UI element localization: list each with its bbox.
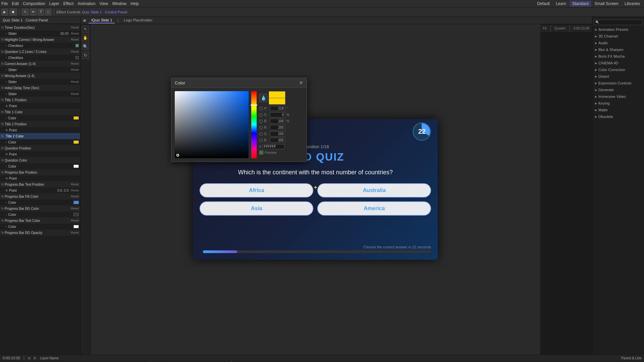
b-input[interactable] <box>270 138 285 143</box>
hex-input[interactable] <box>263 144 284 149</box>
left-panel-content[interactable]: fx Timer Duration(Sec) Reset ○ Slider 30… <box>0 24 80 355</box>
answer-africa[interactable]: Africa <box>200 183 313 197</box>
question-color-swatch[interactable] <box>73 165 79 168</box>
hue-radio[interactable] <box>259 107 263 110</box>
rp-header-expression[interactable]: ▶ Expression Controls <box>592 80 644 86</box>
menu-window[interactable]: Window <box>112 1 126 6</box>
pb-text-swatch[interactable] <box>73 225 79 228</box>
rp-header-immersive[interactable]: ▶ Immersive Video <box>592 94 644 100</box>
toolbar-btn-2[interactable]: ⏹ <box>9 9 17 15</box>
r-input[interactable] <box>270 125 285 130</box>
delay-slider-reset[interactable]: Reset <box>71 92 79 96</box>
current-time-display[interactable]: 0:00:10:00 <box>3 356 20 360</box>
pb-bg-color-reset[interactable]: Reset <box>71 207 79 210</box>
menu-view[interactable]: View <box>100 1 108 6</box>
quarter-label[interactable]: Quarter <box>554 26 566 30</box>
zoom-level[interactable]: Fit <box>543 26 547 30</box>
menu-effect[interactable]: Effect <box>63 1 73 6</box>
sat-radio[interactable] <box>259 113 263 117</box>
highlight-reset[interactable]: Reset <box>71 38 79 41</box>
rp-header-keying[interactable]: ▶ Keying <box>592 100 644 106</box>
color-swatch-original[interactable] <box>269 98 285 105</box>
correct-slider-reset[interactable]: Reset <box>71 68 79 71</box>
pb-text-point-value[interactable]: 0.0, 0.0 <box>48 189 68 192</box>
bright-radio[interactable] <box>259 120 263 123</box>
rp-header-audio[interactable]: ▶ Audio <box>592 40 644 46</box>
rp-header-generate[interactable]: ▶ Generate <box>592 87 644 93</box>
eyedropper-button[interactable]: 💧 <box>259 94 267 102</box>
workspace-learn[interactable]: Learn <box>553 1 569 7</box>
timer-slider-reset[interactable]: Reset <box>71 32 79 35</box>
tl-settings-icon[interactable]: ⚙ <box>33 356 36 360</box>
workspace-standard[interactable]: Standard <box>570 1 591 7</box>
color-swatch-current[interactable] <box>269 91 285 98</box>
pb-bg-opacity-reset[interactable]: Reset <box>71 231 79 234</box>
sat-input[interactable] <box>270 112 285 117</box>
g-input[interactable] <box>270 131 285 136</box>
rp-header-matte[interactable]: ▶ Matte <box>592 107 644 113</box>
question-point-icon: ⊕ <box>5 153 8 156</box>
tool-hand[interactable]: ✋ <box>82 34 89 42</box>
color-hue-slider[interactable] <box>251 91 257 158</box>
title1-color-swatch[interactable] <box>73 116 79 120</box>
toolbar-btn-text[interactable]: T <box>38 9 44 15</box>
r-radio[interactable] <box>259 126 263 129</box>
menu-layer[interactable]: Layer <box>49 1 59 6</box>
preview-checkbox[interactable]: ✓ <box>259 150 263 155</box>
rp-header-boris[interactable]: ▶ Boris FX Mocha <box>592 53 644 59</box>
correct-answer-reset[interactable]: Reset <box>71 62 79 65</box>
toolbar-btn-1[interactable]: ▶ <box>1 9 8 15</box>
answer-australia[interactable]: Australia <box>317 183 431 197</box>
color-dialog-close-button[interactable]: ✕ <box>299 80 303 85</box>
tool-zoom[interactable]: 🔍 <box>82 43 89 50</box>
timer-slider-value[interactable]: 30.00 <box>48 32 68 36</box>
pb-fill-color-reset[interactable]: Reset <box>71 195 79 198</box>
tool-rotate[interactable]: ↻ <box>82 52 89 59</box>
comp-tab-quiz[interactable]: IQuiz Slide 1 <box>89 17 115 23</box>
title2-point-label: Point <box>9 128 79 132</box>
rp-header-colorcorrection[interactable]: ▶ Color Correction <box>592 67 644 73</box>
rp-header-blur[interactable]: ▶ Blur & Sharpen <box>592 47 644 53</box>
toolbar-btn-shape[interactable]: □ <box>45 9 51 15</box>
rp-header-3dchannel[interactable]: ▶ 3D Channel <box>592 33 644 39</box>
hue-input[interactable] <box>270 106 285 111</box>
color-gradient-picker[interactable] <box>175 91 249 158</box>
title2-color-swatch[interactable] <box>73 140 79 144</box>
rp-label-matte: Matte <box>598 108 608 112</box>
menu-edit[interactable]: Edit <box>12 1 19 6</box>
rp-triangle-cc: ▶ <box>595 68 597 71</box>
pb-fill-swatch[interactable] <box>73 201 79 204</box>
workspace-smallscreen[interactable]: Small Screen <box>592 1 621 7</box>
qlines-checkbox[interactable] <box>75 56 79 59</box>
menu-composition[interactable]: Composition <box>23 1 45 6</box>
tl-zoom-icon[interactable]: ⊕ <box>28 356 31 360</box>
color-dialog-title: Color <box>175 80 185 85</box>
g-radio[interactable] <box>259 132 263 136</box>
timer-duration-reset[interactable]: Reset <box>71 26 79 29</box>
question-lines-reset[interactable]: Reset <box>71 50 79 53</box>
pb-text-color-reset[interactable]: Reset <box>71 219 79 222</box>
answer-asia[interactable]: Asia <box>200 201 313 216</box>
workspace-default[interactable]: Default <box>534 1 552 7</box>
wrong-slider-reset[interactable]: Reset <box>71 80 79 83</box>
tool-select[interactable]: ↖ <box>82 25 89 33</box>
b-radio[interactable] <box>259 139 263 142</box>
menu-help[interactable]: Help <box>130 1 139 6</box>
effects-search-input[interactable] <box>594 19 643 25</box>
pb-text-pos-reset[interactable]: Reset <box>71 183 79 186</box>
menu-animation[interactable]: Animation <box>77 1 95 6</box>
bright-input[interactable] <box>270 119 285 124</box>
rp-header-obsolete[interactable]: ▶ Obsolete <box>592 114 644 120</box>
pb-text-point-reset[interactable]: Reset <box>71 189 79 192</box>
menu-file[interactable]: File <box>1 1 8 6</box>
pb-bg-swatch[interactable] <box>73 213 79 216</box>
toolbar-btn-select[interactable]: ↖ <box>22 9 29 15</box>
answer-america[interactable]: America <box>317 201 431 216</box>
comp-tab-logo[interactable]: Logo Placeholder <box>121 17 155 23</box>
rp-header-animation-presets[interactable]: ▶ Animation Presets <box>592 26 644 33</box>
rp-header-distort[interactable]: ▶ Distort <box>592 73 644 79</box>
workspace-libraries[interactable]: Libraries <box>622 1 643 7</box>
toolbar-btn-pen[interactable]: ✒ <box>30 9 37 15</box>
highlight-checkbox[interactable] <box>75 44 79 47</box>
rp-header-cinema[interactable]: ▶ CINEMA 4D <box>592 60 644 66</box>
